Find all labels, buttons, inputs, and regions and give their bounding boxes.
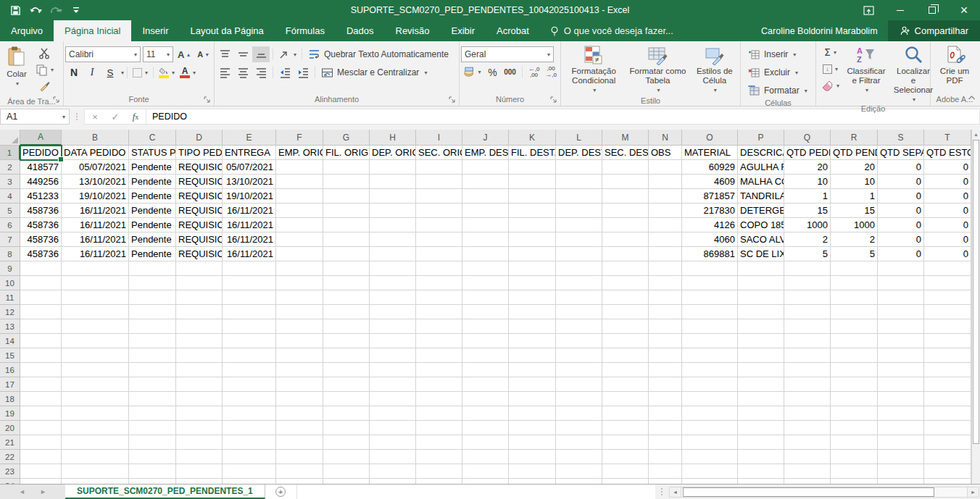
cell-S24[interactable] xyxy=(878,479,924,484)
cell-H6[interactable] xyxy=(370,218,416,232)
cell-M16[interactable] xyxy=(602,363,649,377)
cell-A9[interactable] xyxy=(20,261,62,276)
undo-dropdown-icon[interactable]: ▾ xyxy=(38,7,41,14)
cell-I21[interactable] xyxy=(416,435,462,450)
cell-F12[interactable] xyxy=(276,305,323,319)
vertical-scroll-thumb[interactable] xyxy=(973,140,979,444)
cell-K20[interactable] xyxy=(509,421,556,435)
cell-L16[interactable] xyxy=(556,363,602,377)
cell-D12[interactable] xyxy=(176,305,223,319)
cell-C16[interactable] xyxy=(129,363,176,377)
cell-O9[interactable] xyxy=(682,261,738,276)
cell-Q11[interactable] xyxy=(784,290,831,305)
cell-Q5[interactable]: 15 xyxy=(784,204,831,218)
cell-F4[interactable] xyxy=(276,189,323,204)
cell-O16[interactable] xyxy=(682,363,738,377)
cell-P10[interactable] xyxy=(738,276,784,290)
cell-B16[interactable] xyxy=(62,363,129,377)
cell-F21[interactable] xyxy=(276,435,323,450)
cell-C10[interactable] xyxy=(129,276,176,290)
cell-G16[interactable] xyxy=(323,363,370,377)
cell-P3[interactable]: MALHA CO xyxy=(738,175,784,189)
cell-R10[interactable] xyxy=(831,276,878,290)
cell-S7[interactable]: 0 xyxy=(878,232,924,247)
cell-R11[interactable] xyxy=(831,290,878,305)
cell-T10[interactable] xyxy=(924,276,971,290)
cell-N14[interactable] xyxy=(649,334,682,348)
cell-Q9[interactable] xyxy=(784,261,831,276)
cell-I23[interactable] xyxy=(416,464,462,479)
cell-T13[interactable] xyxy=(924,319,971,334)
cell-O15[interactable] xyxy=(682,348,738,363)
cell-I6[interactable] xyxy=(416,218,462,232)
cell-G17[interactable] xyxy=(323,377,370,392)
cell-Q7[interactable]: 2 xyxy=(784,232,831,247)
cell-C23[interactable] xyxy=(129,464,176,479)
cell-C20[interactable] xyxy=(129,421,176,435)
cell-O11[interactable] xyxy=(682,290,738,305)
cell-I22[interactable] xyxy=(416,450,462,464)
cell-D2[interactable]: REQUISICA xyxy=(176,160,223,175)
tab-arquivo[interactable]: Arquivo xyxy=(0,20,54,41)
cell-D14[interactable] xyxy=(176,334,223,348)
cell-R9[interactable] xyxy=(831,261,878,276)
cell-F19[interactable] xyxy=(276,406,323,421)
cell-J15[interactable] xyxy=(462,348,509,363)
cell-Q18[interactable] xyxy=(784,392,831,406)
cell-G8[interactable] xyxy=(323,247,370,261)
cell-P22[interactable] xyxy=(738,450,784,464)
cell-J23[interactable] xyxy=(462,464,509,479)
cell-R18[interactable] xyxy=(831,392,878,406)
copy-button[interactable]: ▾ xyxy=(33,62,56,77)
paste-button[interactable]: Colar ▾ xyxy=(1,43,32,90)
cell-R13[interactable] xyxy=(831,319,878,334)
cell-J13[interactable] xyxy=(462,319,509,334)
cell-H22[interactable] xyxy=(370,450,416,464)
cell-G2[interactable] xyxy=(323,160,370,175)
cell-N9[interactable] xyxy=(649,261,682,276)
cell-E20[interactable] xyxy=(223,421,276,435)
cell-I7[interactable] xyxy=(416,232,462,247)
cell-I3[interactable] xyxy=(416,175,462,189)
cell-L24[interactable] xyxy=(556,479,602,484)
cell-O10[interactable] xyxy=(682,276,738,290)
row-header-16[interactable]: 16 xyxy=(0,363,20,377)
cell-S17[interactable] xyxy=(878,377,924,392)
cell-K6[interactable] xyxy=(509,218,556,232)
cell-P12[interactable] xyxy=(738,305,784,319)
wrap-text-button[interactable]: Quebrar Texto Automaticamente xyxy=(305,46,452,62)
cell-D8[interactable]: REQUISICA xyxy=(176,247,223,261)
row-header-11[interactable]: 11 xyxy=(0,290,20,305)
cell-T20[interactable] xyxy=(924,421,971,435)
cell-R24[interactable] xyxy=(831,479,878,484)
cell-M12[interactable] xyxy=(602,305,649,319)
cell-M17[interactable] xyxy=(602,377,649,392)
cell-O18[interactable] xyxy=(682,392,738,406)
row-header-13[interactable]: 13 xyxy=(0,319,20,334)
cell-E14[interactable] xyxy=(223,334,276,348)
cell-Q17[interactable] xyxy=(784,377,831,392)
align-middle-button[interactable] xyxy=(234,46,252,62)
cell-R1[interactable]: QTD PEND xyxy=(831,146,878,160)
cell-H14[interactable] xyxy=(370,334,416,348)
cell-F20[interactable] xyxy=(276,421,323,435)
cell-C19[interactable] xyxy=(129,406,176,421)
cell-D20[interactable] xyxy=(176,421,223,435)
cell-M10[interactable] xyxy=(602,276,649,290)
cell-E5[interactable]: 16/11/2021 xyxy=(223,204,276,218)
cell-N23[interactable] xyxy=(649,464,682,479)
cell-R17[interactable] xyxy=(831,377,878,392)
cell-A5[interactable]: 458736 xyxy=(20,204,62,218)
cell-T8[interactable]: 0 xyxy=(924,247,971,261)
cell-G3[interactable] xyxy=(323,175,370,189)
cell-S21[interactable] xyxy=(878,435,924,450)
cell-B2[interactable]: 05/07/2021 xyxy=(62,160,129,175)
cell-I16[interactable] xyxy=(416,363,462,377)
cell-N16[interactable] xyxy=(649,363,682,377)
cell-N21[interactable] xyxy=(649,435,682,450)
percent-style-button[interactable]: % xyxy=(484,65,500,80)
cell-B15[interactable] xyxy=(62,348,129,363)
format-painter-button[interactable] xyxy=(33,79,56,93)
cell-D10[interactable] xyxy=(176,276,223,290)
borders-button[interactable]: ▾ xyxy=(130,65,150,80)
